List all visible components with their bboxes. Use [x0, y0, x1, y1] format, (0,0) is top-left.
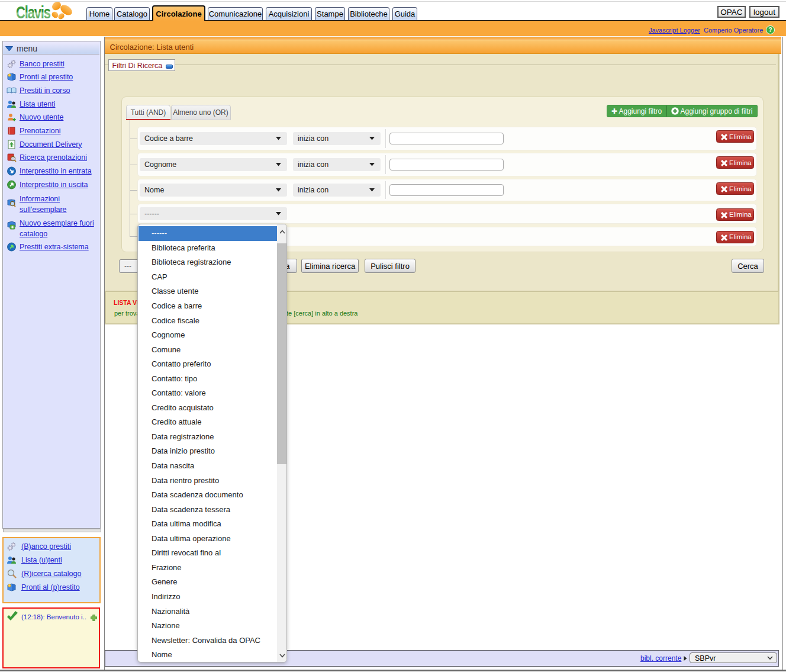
- svg-text:?: ?: [768, 27, 772, 33]
